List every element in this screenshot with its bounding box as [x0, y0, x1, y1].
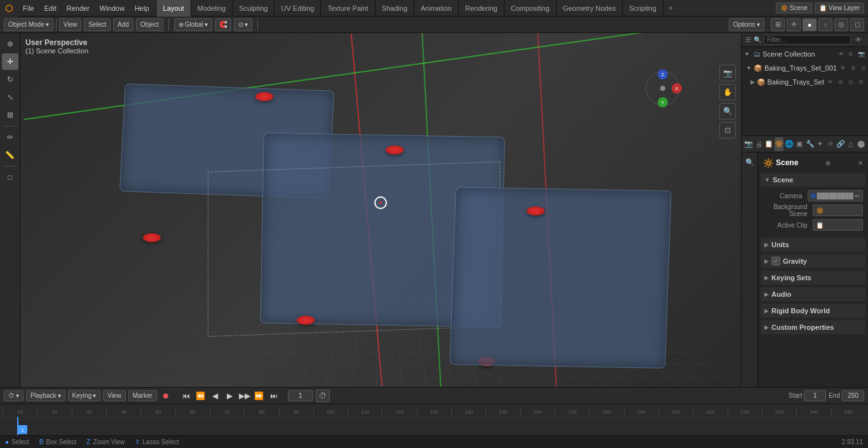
scene-unlink-btn[interactable]: ✕	[858, 160, 863, 166]
audio-header[interactable]: ▶ Audio	[761, 287, 865, 301]
item1-eye[interactable]: 👁	[839, 64, 848, 72]
tab-rendering[interactable]: Rendering	[459, 0, 505, 17]
cursor-tool[interactable]: ⊕	[2, 36, 18, 52]
custom-props-header[interactable]: ▶ Custom Properties	[761, 320, 865, 334]
current-frame-display[interactable]: 1	[288, 390, 313, 401]
timeline-sync-btn[interactable]: ⏱	[316, 390, 330, 402]
tab-modeling[interactable]: Modeling	[191, 0, 233, 17]
expand-arrow-2[interactable]: ▶	[750, 79, 755, 85]
menu-help[interactable]: Help	[130, 0, 154, 17]
prop-search-btn[interactable]: 🔍	[743, 155, 757, 169]
prop-icon-constraints[interactable]: 🔗	[836, 137, 845, 151]
prop-icon-data[interactable]: △	[846, 137, 855, 151]
gravity-header[interactable]: ▶ ✓ Gravity	[761, 254, 865, 268]
view-menu[interactable]: View	[59, 18, 82, 31]
menu-edit[interactable]: Edit	[39, 0, 62, 17]
timeline-view-btn[interactable]: View	[103, 390, 126, 401]
scene-col-select[interactable]: ⊕	[846, 50, 855, 58]
prop-icon-material[interactable]: ⬤	[857, 137, 865, 151]
bg-scene-value[interactable]: 🔆	[813, 205, 864, 216]
end-value[interactable]: 250	[842, 390, 864, 401]
menu-file[interactable]: File	[18, 0, 39, 17]
snap-toggle[interactable]: 🧲	[215, 18, 231, 31]
scene-col-eye[interactable]: 👁	[836, 50, 845, 58]
keying-sets-header[interactable]: ▶ Keying Sets	[761, 271, 865, 285]
object-menu[interactable]: Object	[136, 18, 163, 31]
rigid-body-header[interactable]: ▶ Rigid Body World	[761, 304, 865, 318]
add-cube-tool[interactable]: □	[2, 169, 18, 186]
timeline-bar[interactable]: 1	[0, 417, 868, 435]
scale-tool[interactable]: ⤡	[2, 89, 18, 105]
prop-icon-render[interactable]: 📷	[744, 137, 753, 151]
menu-window[interactable]: Window	[95, 0, 130, 17]
keying-btn[interactable]: Keying ▾	[68, 390, 101, 401]
annotate-tool[interactable]: ✏	[2, 129, 18, 146]
measure-tool[interactable]: 📏	[2, 147, 18, 163]
gizmo-z-axis[interactable]: Z	[658, 69, 668, 79]
gravity-checkbox[interactable]: ✓	[771, 257, 780, 266]
tab-uv-editing[interactable]: UV Editing	[275, 0, 321, 17]
viewport-overlay-toggle[interactable]: ⊞	[771, 18, 785, 31]
tab-sculpting[interactable]: Sculpting	[233, 0, 275, 17]
record-btn[interactable]: ⏺	[159, 390, 172, 402]
camera-eyedropper[interactable]: ✏	[855, 193, 860, 200]
outliner-item-1[interactable]: ▼ 📦 Baking_Trays_Set_001 👁 ⊕ ◎	[742, 61, 868, 75]
tab-animation[interactable]: Animation	[414, 0, 459, 17]
transform-tool[interactable]: ⊠	[2, 107, 18, 123]
scene-section-header[interactable]: ▼ Scene	[761, 173, 865, 187]
tab-scripting[interactable]: Scripting	[623, 0, 663, 17]
viewport-gizmo[interactable]: X Y Z	[646, 71, 684, 109]
playback-btn[interactable]: Playback ▾	[26, 390, 65, 401]
play-btn[interactable]: ▶	[224, 390, 236, 402]
prev-keyframe-btn[interactable]: ◀	[209, 390, 222, 402]
expand-arrow-1[interactable]: ▼	[746, 65, 752, 71]
outliner-filter-icon[interactable]: ☰	[745, 35, 751, 45]
proportional-edit[interactable]: ⊙ ▾	[234, 18, 253, 31]
tab-layout[interactable]: Layout	[157, 0, 191, 17]
item2-ren[interactable]: ◎	[846, 78, 855, 86]
prop-icon-physics[interactable]: ⚛	[826, 137, 835, 151]
item1-sel[interactable]: ⊕	[849, 64, 858, 72]
viewport-camera-btn[interactable]: 📷	[719, 65, 736, 81]
timeline-mode-selector[interactable]: ⏱ ▾	[4, 390, 24, 401]
menu-render[interactable]: Render	[62, 0, 95, 17]
3d-viewport[interactable]: User Perspective (1) Scene Collection X …	[20, 33, 741, 387]
gizmo-y-axis[interactable]: Y	[658, 97, 668, 107]
start-value[interactable]: 1	[804, 390, 826, 401]
tab-shading[interactable]: Shading	[376, 0, 414, 17]
transform-selector[interactable]: ⊕ Global ▾	[174, 18, 212, 31]
outliner-icon-cursor[interactable]: ⊕	[865, 35, 868, 45]
viewport-grab-btn[interactable]: ✋	[719, 84, 736, 100]
view-layer-selector[interactable]: 📋 View Layer	[815, 3, 864, 13]
scene-col-render[interactable]: 📷	[857, 50, 865, 58]
outliner-item-2[interactable]: ▶ 📦 Baking_Trays_Set 👁 ⊕ ◎ ⚙	[742, 75, 868, 89]
prev-frame-btn[interactable]: ⏪	[194, 390, 207, 402]
options-button[interactable]: Options ▾	[729, 18, 764, 31]
jump-start-btn[interactable]: ⏮	[180, 390, 193, 402]
prop-icon-output[interactable]: 🖨	[754, 137, 763, 151]
next-keyframe-btn[interactable]: ▶▶	[238, 390, 251, 402]
rendered-shading[interactable]: ◎	[834, 18, 848, 31]
gizmo-toggle[interactable]: ✛	[787, 18, 801, 31]
add-menu[interactable]: Add	[113, 18, 133, 31]
item2-eye[interactable]: 👁	[826, 78, 835, 86]
prop-icon-object[interactable]: ▣	[795, 137, 804, 151]
add-workspace-button[interactable]: ＋	[663, 3, 678, 13]
prop-icon-view-layer[interactable]: 📋	[764, 137, 773, 151]
tab-compositing[interactable]: Compositing	[505, 0, 557, 17]
prop-icon-scene[interactable]: 🔆	[775, 137, 783, 151]
item1-ren[interactable]: ◎	[859, 64, 868, 72]
gizmo-x-axis[interactable]: X	[672, 83, 682, 93]
tab-geometry-nodes[interactable]: Geometry Nodes	[557, 0, 623, 17]
wireframe-shading[interactable]: ◻	[850, 18, 864, 31]
jump-end-btn[interactable]: ⏭	[268, 390, 280, 402]
marker-btn[interactable]: Marker	[128, 390, 157, 401]
item2-extra[interactable]: ⚙	[857, 78, 865, 86]
object-mode-selector[interactable]: Object Mode ▾	[4, 18, 53, 31]
rotate-tool[interactable]: ↻	[2, 71, 18, 88]
tab-texture-paint[interactable]: Texture Paint	[321, 0, 375, 17]
prop-icon-particles[interactable]: ✦	[816, 137, 825, 151]
material-shading[interactable]: ○	[818, 18, 832, 31]
outliner-scene-collection[interactable]: ▼ 🗂 Scene Collection 👁 ⊕ 📷	[742, 47, 868, 61]
item2-sel[interactable]: ⊕	[836, 78, 845, 86]
